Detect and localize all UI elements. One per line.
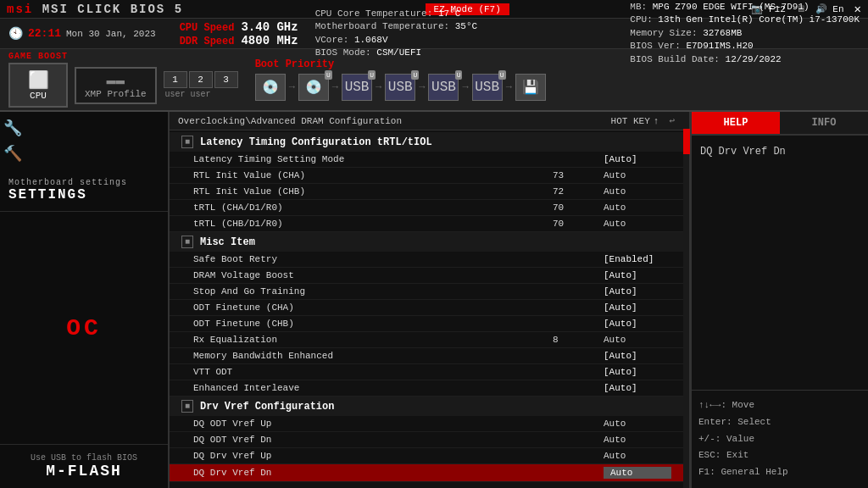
- config-row-misc-8[interactable]: Enhanced Interleave[Auto]: [170, 380, 683, 396]
- boot-device-floppy[interactable]: 💾: [515, 74, 546, 101]
- boot-arrow-1: →: [289, 81, 295, 93]
- config-row-misc-3[interactable]: ODT Finetune (CHA)[Auto]: [170, 300, 683, 316]
- config-row-misc-2[interactable]: Stop And Go Training[Auto]: [170, 284, 683, 300]
- config-num-latency-2: 72: [553, 186, 604, 197]
- config-row-latency-4[interactable]: tRTL (CHB/D1/R0)70Auto: [170, 216, 683, 232]
- config-row-misc-6[interactable]: Memory Bandwidth Enhanced[Auto]: [170, 348, 683, 364]
- xmp-label: XMP Profile: [85, 89, 147, 99]
- config-value-drv-0: Auto: [604, 419, 671, 429]
- info-bar: 🕙 22:11 Mon 30 Jan, 2023 CPU Speed 3.40 …: [0, 19, 868, 49]
- boot-device-usb4[interactable]: USB U: [472, 74, 503, 101]
- user3-label: [214, 90, 238, 99]
- config-name-misc-8: Enhanced Interleave: [193, 383, 553, 393]
- config-value-latency-2: Auto: [604, 186, 671, 197]
- tab-info[interactable]: INFO: [780, 112, 868, 134]
- game-boost-label: GAME BOOST: [8, 52, 238, 61]
- ddr-speed-value: 4800 MHz: [241, 34, 298, 47]
- ddr-speed-label: DDR Speed: [180, 36, 235, 47]
- config-name-misc-6: Memory Bandwidth Enhanced: [193, 351, 553, 361]
- config-row-misc-7[interactable]: VTT ODT[Auto]: [170, 364, 683, 380]
- config-row-drv-0[interactable]: DQ ODT Vref UpAuto: [170, 416, 683, 432]
- xmp-profile-button[interactable]: ▬▬ XMP Profile: [75, 67, 157, 104]
- boot-device-usb2[interactable]: USB U: [385, 74, 415, 101]
- config-name-misc-7: VTT ODT: [193, 367, 553, 377]
- hot-key-pipe: ↑: [654, 116, 659, 126]
- nav-move: ↑↓←→: Move: [698, 397, 861, 414]
- boot-device-optical[interactable]: 💿 U: [298, 74, 329, 101]
- user2-label: user: [189, 90, 213, 99]
- system-info-right: MB: MPG Z790 EDGE WIFI (MS-7D91) CPU: 13…: [630, 1, 860, 66]
- config-value-misc-8: [Auto]: [604, 383, 671, 393]
- num1-button[interactable]: 1: [164, 71, 187, 88]
- section-icon-latency: ■: [181, 136, 193, 148]
- config-name-latency-0: Latency Timing Setting Mode: [193, 154, 553, 164]
- sidebar-mflash[interactable]: Use USB to flash BIOS M-FLASH: [0, 445, 168, 488]
- cpu-speed-value: 3.40 GHz: [241, 20, 298, 34]
- oc-label: OC: [66, 315, 102, 341]
- config-name-misc-4: ODT Finetune (CHB): [193, 319, 553, 329]
- sidebar-settings[interactable]: Motherboard settings SETTINGS: [0, 169, 168, 212]
- back-button[interactable]: ↩: [669, 115, 675, 126]
- config-row-latency-0[interactable]: Latency Timing Setting Mode[Auto]: [170, 152, 683, 168]
- section-header-drv: ■Drv Vref Configuration: [170, 396, 683, 416]
- config-value-misc-7: [Auto]: [604, 367, 671, 377]
- game-boost-controls: ⬜ CPU ▬▬ XMP Profile 1 2 3 user user: [8, 63, 238, 108]
- main-area: 🔧 🔨 Motherboard settings SETTINGS OC Use…: [0, 112, 868, 488]
- config-value-misc-2: [Auto]: [604, 286, 671, 297]
- nav-enter: Enter: Select: [698, 414, 861, 431]
- config-row-drv-3[interactable]: DQ Drv Vref DnAuto: [170, 464, 683, 482]
- help-text: DQ Drv Vref Dn: [700, 146, 786, 158]
- section-icon-misc: ■: [181, 236, 193, 248]
- num2-button[interactable]: 2: [189, 71, 213, 88]
- config-row-drv-2[interactable]: DQ Drv Vref UpAuto: [170, 448, 683, 464]
- section-title-drv: Drv Vref Configuration: [200, 401, 334, 413]
- user1-label: user: [164, 90, 187, 99]
- config-row-misc-4[interactable]: ODT Finetune (CHB)[Auto]: [170, 316, 683, 332]
- boot-arrow-5: →: [462, 81, 468, 93]
- hot-key-label: HOT KEY: [611, 116, 650, 126]
- clock-display: 22:11: [28, 27, 61, 40]
- config-row-drv-1[interactable]: DQ ODT Vref DnAuto: [170, 432, 683, 448]
- config-name-latency-3: tRTL (CHA/D1/R0): [193, 202, 553, 213]
- section-header-misc: ■Misc Item: [170, 232, 683, 252]
- boot-priority-section: Boot Priority 💿 → 💿 U → USB U → USB U →: [255, 58, 860, 101]
- bios-logo: msi MSI CLICK BIOS 5: [7, 3, 183, 16]
- system-info-left: CPU Core Temperature: 17°C Motherboard T…: [315, 8, 477, 60]
- breadcrumb-bar: Overclocking\Advanced DRAM Configuration…: [170, 112, 683, 130]
- config-num-latency-3: 70: [553, 202, 604, 213]
- xmp-icon: ▬▬: [85, 72, 147, 89]
- num3-button[interactable]: 3: [214, 71, 238, 88]
- config-value-drv-2: Auto: [604, 451, 671, 461]
- scrollbar-thumb[interactable]: [683, 129, 690, 154]
- tab-help[interactable]: HELP: [692, 112, 780, 134]
- config-table: ■Latency Timing Configuration tRTL/tIOLL…: [170, 130, 683, 488]
- config-name-drv-1: DQ ODT Vref Dn: [193, 435, 553, 445]
- config-name-drv-2: DQ Drv Vref Up: [193, 451, 553, 461]
- sidebar-tools-area: 🔧 🔨: [0, 112, 168, 169]
- section-icon-drv: ■: [181, 400, 193, 413]
- sidebar-oc[interactable]: OC: [0, 212, 168, 445]
- config-row-latency-1[interactable]: RTL Init Value (CHA)73Auto: [170, 168, 683, 184]
- config-row-misc-5[interactable]: Rx Equalization8Auto: [170, 332, 683, 348]
- scrollbar[interactable]: [683, 112, 690, 488]
- boot-device-hdd[interactable]: 💿: [255, 74, 286, 101]
- config-name-latency-4: tRTL (CHB/D1/R0): [193, 219, 553, 229]
- boot-badge-u1: U: [325, 70, 332, 80]
- cpu-icon: ⬜: [20, 69, 56, 91]
- cpu-boost-button[interactable]: ⬜ CPU: [8, 63, 68, 108]
- game-boost-bar: GAME BOOST ⬜ CPU ▬▬ XMP Profile 1 2 3 us…: [0, 49, 868, 112]
- boot-device-usb1[interactable]: USB U: [342, 74, 372, 101]
- config-value-misc-1: [Auto]: [604, 270, 671, 280]
- help-content: DQ Drv Vref Dn: [692, 136, 868, 390]
- config-row-misc-1[interactable]: DRAM Voltage Boost[Auto]: [170, 268, 683, 284]
- config-row-misc-0[interactable]: Safe Boot Retry[Enabled]: [170, 252, 683, 268]
- config-num-latency-1: 73: [553, 170, 604, 180]
- boot-device-list: 💿 → 💿 U → USB U → USB U → USB U →: [255, 74, 860, 101]
- config-row-latency-3[interactable]: tRTL (CHA/D1/R0)70Auto: [170, 200, 683, 216]
- config-value-misc-3: [Auto]: [604, 302, 671, 313]
- config-row-latency-2[interactable]: RTL Init Value (CHB)72Auto: [170, 184, 683, 200]
- hammer-icon: 🔨: [3, 144, 22, 163]
- boot-device-usb3[interactable]: USB U: [428, 74, 459, 101]
- section-title-latency: Latency Timing Configuration tRTL/tIOL: [200, 136, 432, 148]
- config-name-misc-0: Safe Boot Retry: [193, 254, 553, 264]
